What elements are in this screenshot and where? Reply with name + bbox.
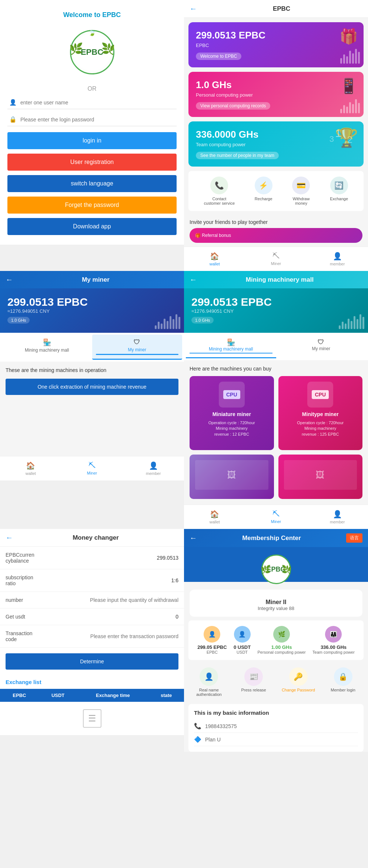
code-field-input-cell	[63, 625, 184, 648]
contact-icon: 📞	[210, 177, 228, 194]
password-input-group: 🔒	[7, 113, 177, 126]
uid-info-value: Plan U	[205, 737, 221, 743]
miner-nav-wallet[interactable]: 🏠 wallet	[0, 459, 61, 477]
lock-icon: 🔒	[9, 116, 17, 123]
machine-card-extra1[interactable]: 🖼	[190, 455, 274, 499]
miner-member-label: member	[146, 471, 161, 476]
action-press-release[interactable]: 📰 Press release	[233, 667, 274, 697]
download-button[interactable]: Download app	[7, 218, 177, 235]
machine-card-extra2[interactable]: 🖼	[278, 455, 363, 499]
form-row-usdt: Get usdt 0	[0, 609, 184, 625]
mall-miner-label: Miner	[271, 519, 281, 524]
change-password-icon: 🔑	[289, 667, 308, 686]
team-badge[interactable]: See the number of people in my team	[196, 152, 279, 159]
exchange-table-header-row: EPBC USDT Exchange time state	[0, 689, 184, 702]
member-logo: 🌿 EPBC 🌿	[261, 554, 291, 584]
stat-epbc-value: 299.05 EPBC	[197, 644, 227, 650]
mall-nav-miner[interactable]: ⛏ Miner	[245, 508, 307, 526]
action-member-login[interactable]: 🔒 Member login	[322, 667, 364, 697]
member-title: Membership Center	[197, 534, 346, 542]
miner-back-icon[interactable]: ←	[6, 275, 13, 284]
tab-mall[interactable]: 🏪 Mining machinery mall	[2, 335, 92, 360]
mall-balance-card: 299.0513 EPBC ≈1276.949051 CNY 1.0 GHs	[184, 288, 368, 333]
exchange-col-time: Exchange time	[77, 689, 148, 702]
exchange-col-state: state	[148, 689, 184, 702]
password-input[interactable]	[20, 117, 175, 123]
stat-epbc-label: EPBC	[197, 650, 227, 654]
minitype-miner-desc: Operation cycle : 720hourMining machiner…	[284, 420, 357, 437]
tab-my-miner[interactable]: 🛡 My miner	[92, 335, 183, 360]
mall-title: Mining machinery mall	[197, 276, 362, 284]
mall-tab-label: Mining machinery mall	[6, 348, 88, 353]
stat-usdt-avatar: 👤	[234, 626, 251, 643]
stat-usdt: 👤 0 USDT USDT	[234, 626, 251, 654]
my-miner-tab-icon: 🛡	[96, 338, 179, 346]
username-input-group: 👤	[7, 96, 177, 109]
form-row-balance: EPBCcurrencybalance 299.0513	[0, 547, 184, 569]
miner-wallet-label: wallet	[26, 471, 36, 476]
language-button-member[interactable]: 语言	[346, 533, 362, 543]
mall-miner-icon: ⛏	[272, 510, 280, 518]
back-arrow-icon[interactable]: ←	[190, 4, 197, 13]
determine-button[interactable]: Determine	[6, 653, 178, 670]
miner-nav-member[interactable]: 👤 member	[123, 459, 184, 477]
miner-nav-miner[interactable]: ⛏ Miner	[61, 459, 123, 477]
real-name-icon: 👤	[200, 667, 218, 686]
miner-miner-label: Miner	[87, 471, 97, 475]
laurel-right-icon: 🌿	[101, 42, 115, 55]
mall-back-icon[interactable]: ←	[190, 275, 197, 284]
stat-team-label: Team computing power	[312, 650, 355, 654]
changer-title: Money changer	[13, 534, 178, 542]
member-stats-row: 👤 299.05 EPBC EPBC 👤 0 USDT USDT 🌿 1.00 …	[188, 620, 364, 660]
exchange-label: Exchange	[330, 197, 348, 201]
register-button[interactable]: User registration	[7, 154, 177, 171]
minitype-miner-icon: CPU	[307, 382, 333, 408]
changer-back-icon[interactable]: ←	[6, 533, 13, 542]
member-nav-label: member	[330, 262, 345, 266]
chart-number-3: 3	[329, 134, 334, 144]
mall-my-miner-icon: 🛡	[280, 338, 363, 346]
login-button[interactable]: login in	[7, 132, 177, 149]
transaction-code-input[interactable]	[69, 633, 178, 639]
machine-card-minitype[interactable]: CPU Minitype miner Operation cycle : 720…	[278, 376, 363, 450]
forget-password-button[interactable]: Forget the password	[7, 197, 177, 214]
mall-nav-member[interactable]: 👤 member	[307, 508, 368, 526]
computing-chart-bars	[340, 99, 360, 113]
nav-miner[interactable]: ⛏ Miner	[245, 250, 307, 268]
welcome-badge[interactable]: Welcome to EPBC	[196, 53, 241, 60]
mall-balance-cny: ≈1276.949051 CNY	[191, 308, 361, 314]
nav-member[interactable]: 👤 member	[307, 250, 368, 268]
action-change-password[interactable]: 🔑 Change Password	[278, 667, 319, 697]
empty-list-container: ☰	[0, 702, 184, 735]
mall-tab-my-miner[interactable]: 🛡 My miner	[276, 335, 367, 358]
nav-wallet[interactable]: 🏠 wallet	[184, 250, 245, 268]
card-decoration-icon: 🎁	[339, 28, 358, 45]
machines-grid: CPU Miniature miner Operation cycle : 72…	[190, 376, 362, 499]
member-back-icon[interactable]: ←	[190, 534, 197, 542]
mall-balance-amount: 299.0513 EPBC	[191, 296, 361, 308]
miner-balance-cny: ≈1276.949051 CNY	[7, 308, 177, 314]
username-input[interactable]	[20, 100, 175, 105]
action-exchange[interactable]: 🔄 Exchange	[330, 177, 348, 205]
mall-my-miner-label: My miner	[280, 346, 363, 351]
action-recharge[interactable]: ⚡ Recharge	[255, 177, 272, 205]
mall-nav-wallet[interactable]: 🏠 wallet	[184, 508, 245, 526]
machine-card-miniature[interactable]: CPU Miniature miner Operation cycle : 72…	[190, 376, 274, 450]
action-real-name[interactable]: 👤 Real name authentication	[188, 667, 230, 697]
language-button[interactable]: switch language	[7, 175, 177, 192]
computing-badge[interactable]: View personal computing records	[196, 102, 270, 110]
usdt-field-value: 0	[63, 609, 184, 625]
form-row-number: number	[0, 592, 184, 609]
action-contact[interactable]: 📞 Contactcustomer service	[204, 177, 235, 205]
stat-personal-computing: 🌿 1.00 GHs Personal computing power	[258, 626, 306, 654]
balance-field-value: 299.0513	[63, 547, 184, 569]
contact-label: Contactcustomer service	[204, 197, 235, 205]
miniature-miner-desc: Operation cycle : 720hourMining machiner…	[195, 420, 268, 437]
stat-computing-label: Personal computing power	[258, 650, 306, 654]
number-input[interactable]	[69, 597, 178, 603]
mall-tab-mall[interactable]: 🏪 Mining machinery mall	[186, 335, 276, 358]
epbc-title: EPBC	[201, 5, 362, 13]
action-withdraw[interactable]: 💳 Withdrawmoney	[292, 177, 310, 205]
invite-banner[interactable]: 🎁 Referral bonus	[190, 228, 362, 243]
extract-revenue-button[interactable]: One click extraction of mining machine r…	[6, 379, 178, 395]
